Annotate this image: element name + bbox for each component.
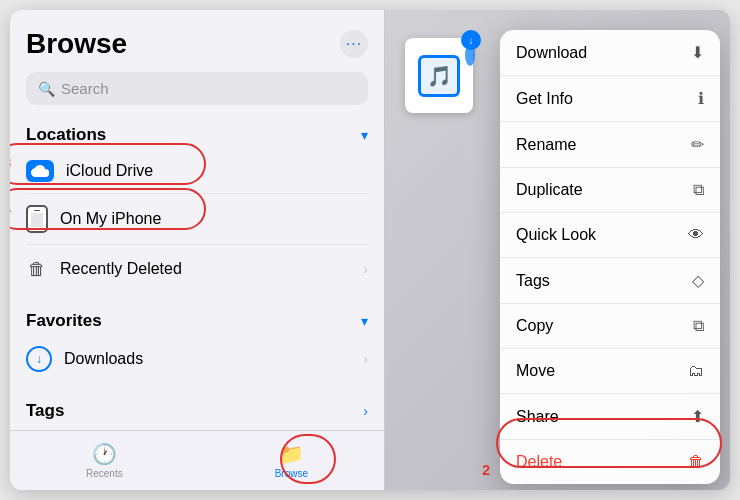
annotation-number-3: 3 [10,155,11,170]
tags-title: Tags [26,401,64,421]
waveform-icon: 🎵 [427,64,452,88]
tags-arrow: › [363,403,368,419]
icloud-drive-label: iCloud Drive [66,162,153,180]
search-icon: 🔍 [38,81,55,97]
menu-copy-icon: ⧉ [693,317,704,335]
menu-rename-icon: ✏ [691,135,704,154]
menu-duplicate-label: Duplicate [516,181,583,199]
iphone-icon [26,205,48,233]
menu-quick-look[interactable]: Quick Look 👁 [500,213,720,258]
menu-move-icon: 🗂 [688,362,704,380]
right-panel: 🎵 ↓ Download ⬇ Get Info ℹ Rename ✏ Dupli… [385,10,730,490]
annotation-number-2: 2 [482,462,490,478]
menu-copy[interactable]: Copy ⧉ [500,304,720,349]
menu-tags[interactable]: Tags ◇ [500,258,720,304]
browse-icon: 📁 [279,442,304,466]
downloads-item[interactable]: ↓ Downloads › [26,335,368,383]
menu-download-icon: ⬇ [691,43,704,62]
menu-delete-icon: 🗑 [688,453,704,471]
left-panel: Browse ··· 🔍 Search Locations ▾ [10,10,385,490]
menu-share-icon: ⬆ [691,407,704,426]
menu-download[interactable]: Download ⬇ [500,30,720,76]
tab-recents[interactable]: 🕐 Recents [86,442,123,479]
favorites-section: Favorites ▾ ↓ Downloads › [10,303,384,383]
file-icon-container: 🎵 ↓ [405,38,473,113]
menu-duplicate[interactable]: Duplicate ⧉ [500,168,720,213]
menu-move-label: Move [516,362,555,380]
download-circle-icon: ↓ [26,346,52,372]
downloads-label: Downloads [64,350,143,368]
locations-section: Locations ▾ iCloud Drive 3 [10,117,384,293]
file-icon: 🎵 ↓ [405,38,473,113]
more-button[interactable]: ··· [340,30,368,58]
menu-quick-look-icon: 👁 [688,226,704,244]
tab-bar: 🕐 Recents 📁 Browse [10,430,384,490]
recently-deleted-label: Recently Deleted [60,260,182,278]
search-placeholder: Search [61,80,109,97]
annotation-number-1: 1 [10,200,11,215]
menu-download-label: Download [516,44,587,62]
icloud-icon [26,160,54,182]
menu-quick-look-label: Quick Look [516,226,596,244]
locations-header: Locations ▾ [26,117,368,149]
tags-section: Tags › [10,393,384,429]
on-my-iphone-label: On My iPhone [60,210,161,228]
menu-get-info-icon: ℹ [698,89,704,108]
file-download-badge: ↓ [461,30,481,50]
menu-share[interactable]: Share ⬆ [500,394,720,440]
icloud-drive-item[interactable]: iCloud Drive 3 [26,149,368,194]
recently-deleted-item[interactable]: 🗑 Recently Deleted › [26,245,368,293]
menu-copy-label: Copy [516,317,553,335]
menu-tags-icon: ◇ [692,271,704,290]
menu-delete-label: Delete [516,453,562,471]
search-bar[interactable]: 🔍 Search [26,72,368,105]
favorites-title: Favorites [26,311,102,331]
screenshot-container: Browse ··· 🔍 Search Locations ▾ [10,10,730,490]
menu-tags-label: Tags [516,272,550,290]
context-menu: Download ⬇ Get Info ℹ Rename ✏ Duplicate… [500,30,720,484]
left-header: Browse ··· [10,10,384,68]
recently-deleted-arrow: › [363,261,368,277]
recents-label: Recents [86,468,123,479]
favorites-header: Favorites ▾ [26,303,368,335]
file-icon-inner: 🎵 [418,55,460,97]
tags-row[interactable]: Tags › [26,393,368,429]
locations-chevron[interactable]: ▾ [361,127,368,143]
menu-get-info-label: Get Info [516,90,573,108]
menu-rename[interactable]: Rename ✏ [500,122,720,168]
on-my-iphone-item[interactable]: On My iPhone 1 [26,194,368,245]
tab-browse[interactable]: 📁 Browse [275,442,308,479]
locations-title: Locations [26,125,106,145]
menu-rename-label: Rename [516,136,576,154]
menu-move[interactable]: Move 🗂 [500,349,720,394]
menu-share-label: Share [516,408,559,426]
browse-title: Browse [26,28,127,60]
trash-icon: 🗑 [26,256,48,282]
menu-duplicate-icon: ⧉ [693,181,704,199]
favorites-chevron[interactable]: ▾ [361,313,368,329]
downloads-arrow: › [363,351,368,367]
menu-delete[interactable]: Delete 🗑 [500,440,720,484]
menu-get-info[interactable]: Get Info ℹ [500,76,720,122]
browse-label: Browse [275,468,308,479]
recents-icon: 🕐 [92,442,117,466]
